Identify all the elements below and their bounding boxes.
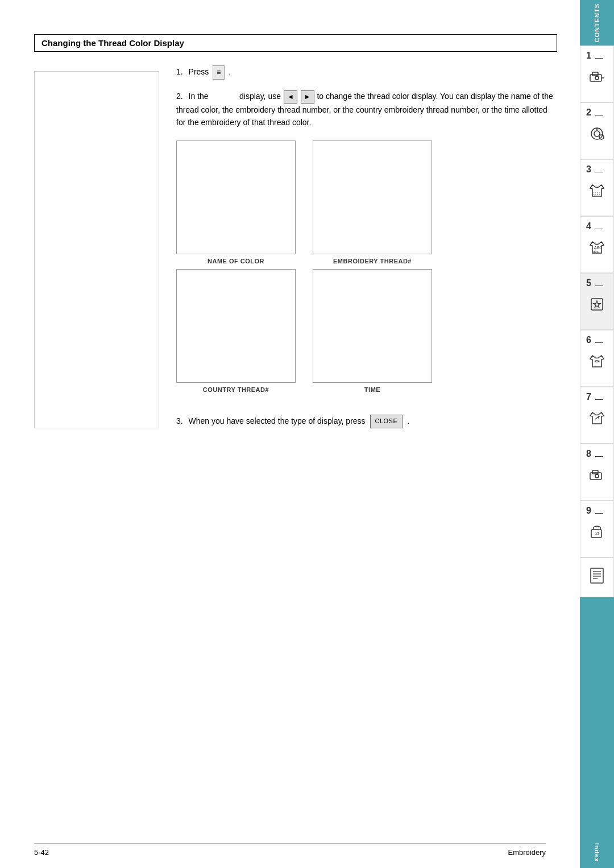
sidebar: CONTENTS 1 — 2 — 3 xyxy=(580,0,614,868)
chapter-4-icon: ABC abc xyxy=(587,237,607,262)
chapter-3-icon xyxy=(587,180,607,205)
display-grid: NAME OF COLOR EMBROIDERY THREAD# COUNTRY… xyxy=(176,140,557,398)
footer: 5-42 Embroidery xyxy=(34,843,546,857)
display-label-country-thread: COUNTRY THREAD# xyxy=(203,386,269,393)
step-3-text-after: . xyxy=(407,416,409,425)
display-row-1: NAME OF COLOR EMBROIDERY THREAD# xyxy=(176,140,557,264)
sidebar-chapter-1[interactable]: 1 — xyxy=(580,46,614,102)
chapter-3-number: 3 xyxy=(586,164,591,175)
main-content: Changing the Thread Color Display 1. Pre… xyxy=(0,0,580,868)
menu-icon: ≡ xyxy=(217,68,221,76)
chapter-8-number: 8 xyxy=(586,449,591,459)
sidebar-chapter-4[interactable]: 4 — ABC abc xyxy=(580,216,614,273)
sidebar-chapter-3[interactable]: 3 — xyxy=(580,159,614,216)
section-title-box: Changing the Thread Color Display xyxy=(34,34,557,52)
chapter-1-dash: — xyxy=(595,53,603,62)
sidebar-chapter-5[interactable]: 5 — xyxy=(580,273,614,330)
steps-text: 1. Press ≡ . 2. In the display, use ◄ ► … xyxy=(176,65,557,428)
chapter-6-dash: — xyxy=(595,337,603,346)
step-3: 3. When you have selected the type of di… xyxy=(176,415,557,428)
display-label-time: TIME xyxy=(364,386,380,393)
section-title: Changing the Thread Color Display xyxy=(42,38,184,48)
notes-icon xyxy=(587,566,607,589)
chapter-1-icon xyxy=(587,67,607,91)
sidebar-contents-label: CONTENTS xyxy=(594,3,600,43)
chapter-4-dash: — xyxy=(595,224,603,233)
sidebar-chapter-2[interactable]: 2 — xyxy=(580,102,614,159)
chapter-5-dash: — xyxy=(595,280,603,290)
display-row-2: COUNTRY THREAD# TIME xyxy=(176,269,557,393)
chapter-9-dash: — xyxy=(595,508,603,517)
svg-rect-19 xyxy=(591,568,603,583)
chapter-6-icon xyxy=(587,351,607,375)
steps-area: 1. Press ≡ . 2. In the display, use ◄ ► … xyxy=(34,65,557,428)
step-1-number: 1. xyxy=(176,67,183,76)
step-1-text-before: Press xyxy=(189,67,209,76)
chapter-2-number: 2 xyxy=(586,108,591,118)
chapter-7-number: 7 xyxy=(586,392,591,402)
sidebar-index-tab[interactable]: Index xyxy=(580,597,614,868)
svg-point-5 xyxy=(594,131,600,137)
chapter-3-dash: — xyxy=(595,167,603,176)
close-button[interactable]: CLOSE xyxy=(370,415,403,428)
display-label-embroidery-thread: EMBROIDERY THREAD# xyxy=(333,258,412,264)
display-box-name-of-color xyxy=(176,140,296,254)
display-item-embroidery-thread: EMBROIDERY THREAD# xyxy=(313,140,432,264)
chapter-5-icon xyxy=(587,294,607,319)
chapter-6-number: 6 xyxy=(586,335,591,345)
chapter-2-icon xyxy=(587,123,607,148)
footer-page-number: 5-42 xyxy=(34,848,49,857)
step-2: 2. In the display, use ◄ ► to change the… xyxy=(176,90,557,129)
display-item-name-of-color: NAME OF COLOR xyxy=(176,140,296,264)
step-2-number: 2. xyxy=(176,92,183,101)
display-label-name-of-color: NAME OF COLOR xyxy=(208,258,264,264)
svg-rect-15 xyxy=(592,470,598,474)
step-2-text-intro: In the xyxy=(189,92,209,101)
menu-button-icon[interactable]: ≡ xyxy=(213,65,225,80)
chapter-9-icon: 2! xyxy=(587,522,607,546)
step-3-text-before: When you have selected the type of displ… xyxy=(189,416,366,425)
chapter-7-dash: — xyxy=(595,394,603,403)
arrow-left-button[interactable]: ◄ xyxy=(284,90,297,104)
display-box-time xyxy=(313,269,432,383)
chapter-8-icon xyxy=(587,465,607,489)
step-1-text-after: . xyxy=(229,67,231,76)
svg-text:ABC: ABC xyxy=(594,246,602,250)
left-image-box xyxy=(34,71,159,428)
sidebar-chapter-6[interactable]: 6 — xyxy=(580,330,614,387)
display-box-embroidery-thread xyxy=(313,140,432,254)
svg-text:abc: abc xyxy=(593,250,599,253)
chapter-8-dash: — xyxy=(595,451,603,460)
display-box-country-thread xyxy=(176,269,296,383)
sidebar-chapter-7[interactable]: 7 — xyxy=(580,387,614,444)
svg-point-2 xyxy=(595,76,599,80)
sidebar-notes-button[interactable] xyxy=(580,557,614,597)
chapter-1-number: 1 xyxy=(586,51,591,61)
svg-rect-1 xyxy=(592,72,598,76)
arrow-right-button[interactable]: ► xyxy=(301,90,314,104)
display-item-time: TIME xyxy=(313,269,432,393)
sidebar-chapter-9[interactable]: 9 — 2! xyxy=(580,501,614,557)
step-1: 1. Press ≡ . xyxy=(176,65,557,80)
chapter-7-icon xyxy=(587,408,607,432)
display-item-country-thread: COUNTRY THREAD# xyxy=(176,269,296,393)
sidebar-index-label: Index xyxy=(594,843,600,862)
chapter-9-number: 9 xyxy=(586,506,591,516)
chapter-5-number: 5 xyxy=(586,278,591,288)
step-3-number: 3. xyxy=(176,416,183,425)
sidebar-contents-tab[interactable]: CONTENTS xyxy=(580,0,614,46)
sidebar-chapter-8[interactable]: 8 — xyxy=(580,444,614,501)
footer-chapter: Embroidery xyxy=(508,848,546,857)
chapter-2-dash: — xyxy=(595,110,603,119)
step-2-text-display: display, use xyxy=(239,92,281,101)
svg-point-16 xyxy=(595,474,599,478)
step-2-text-gap xyxy=(211,92,238,101)
chapter-4-number: 4 xyxy=(586,221,591,232)
svg-marker-13 xyxy=(594,301,600,308)
svg-text:2!: 2! xyxy=(595,531,599,536)
